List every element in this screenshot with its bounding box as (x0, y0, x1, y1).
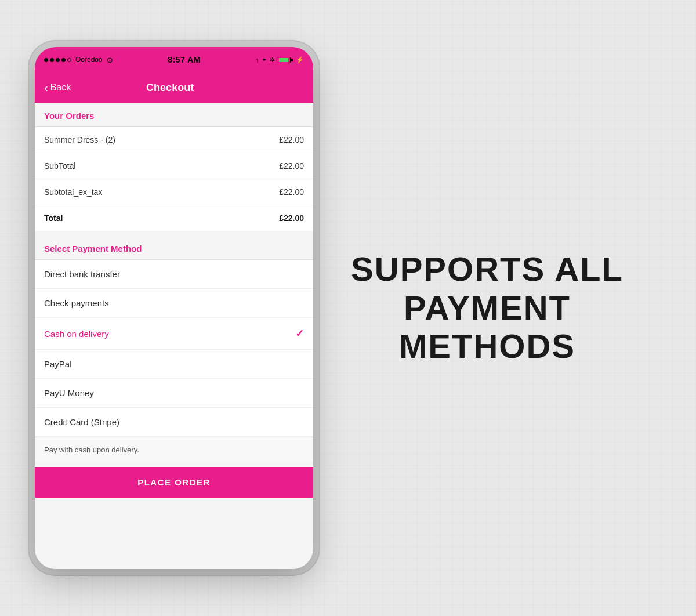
signal-dot-1 (44, 58, 48, 62)
cash-delivery-label: Cash on delivery (44, 329, 109, 339)
signal-dot-4 (61, 58, 66, 62)
subtotal-ex-tax-label: Subtotal_ex_tax (44, 187, 102, 197)
back-button[interactable]: ‹ Back (44, 82, 71, 93)
payment-header: Select Payment Method (35, 235, 313, 260)
battery-tip (291, 59, 293, 61)
credit-card-label: Credit Card (Stripe) (44, 417, 119, 427)
status-bar: Ooredoo ⊙ 8:57 AM ↑ ✦ ✲ ⚡ (35, 47, 313, 73)
payment-option-paypal[interactable]: PayPal (35, 350, 313, 379)
paypal-label: PayPal (44, 359, 72, 369)
battery-body (278, 57, 291, 63)
payment-option-credit-card[interactable]: Credit Card (Stripe) (35, 408, 313, 437)
order-row-item: Summer Dress - (2) £22.00 (35, 127, 313, 153)
payment-note: Pay with cash upon delivery. (35, 437, 313, 462)
check-payments-label: Check payments (44, 298, 109, 308)
location-icon: ↑ (256, 56, 259, 63)
payu-label: PayU Money (44, 388, 94, 398)
promo-line1: SUPPORTS ALL (348, 250, 626, 289)
bluetooth-icon: ✦ (262, 56, 267, 64)
battery-fill (279, 58, 288, 62)
promo-line2: PAYMENT METHODS (348, 289, 626, 366)
payment-option-check[interactable]: Check payments (35, 289, 313, 318)
place-order-button[interactable]: PLACE ORDER (35, 467, 313, 498)
direct-bank-label: Direct bank transfer (44, 269, 120, 279)
navigation-bar: ‹ Back Checkout (35, 73, 313, 103)
status-left: Ooredoo ⊙ (44, 56, 113, 64)
item-label: Summer Dress - (2) (44, 135, 115, 144)
payment-option-direct-bank[interactable]: Direct bank transfer (35, 260, 313, 289)
phone-frame: Ooredoo ⊙ 8:57 AM ↑ ✦ ✲ ⚡ ‹ Back Checkou… (35, 47, 313, 569)
payment-option-payu[interactable]: PayU Money (35, 379, 313, 408)
payment-option-cash[interactable]: Cash on delivery ✓ (35, 318, 313, 350)
signal-dot-2 (50, 58, 54, 62)
subtotal-value: £22.00 (279, 161, 304, 171)
item-value: £22.00 (279, 135, 304, 144)
status-right: ↑ ✦ ✲ ⚡ (256, 56, 304, 64)
wifi-icon: ⊙ (107, 56, 113, 64)
status-time: 8:57 AM (168, 55, 201, 64)
back-chevron-icon: ‹ (44, 82, 48, 93)
total-value: £22.00 (279, 213, 304, 223)
content-area: Your Orders Summer Dress - (2) £22.00 Su… (35, 103, 313, 569)
battery-indicator (278, 57, 293, 63)
subtotal-ex-tax-value: £22.00 (279, 187, 304, 197)
order-row-subtotal-ex-tax: Subtotal_ex_tax £22.00 (35, 179, 313, 205)
order-row-subtotal: SubTotal £22.00 (35, 153, 313, 179)
bluetooth-icon2: ✲ (270, 56, 275, 64)
promo-section: SUPPORTS ALL PAYMENT METHODS (313, 227, 661, 389)
back-label: Back (50, 82, 71, 93)
carrier-label: Ooredoo (75, 56, 103, 64)
page-title: Checkout (71, 82, 269, 94)
order-row-total: Total £22.00 (35, 205, 313, 231)
selected-checkmark-icon: ✓ (295, 327, 304, 340)
charging-icon: ⚡ (296, 56, 304, 64)
signal-dot-5 (67, 58, 71, 62)
subtotal-label: SubTotal (44, 161, 75, 171)
total-label: Total (44, 213, 63, 223)
signal-dot-3 (56, 58, 60, 62)
promo-heading: SUPPORTS ALL PAYMENT METHODS (348, 250, 626, 366)
orders-header: Your Orders (35, 103, 313, 127)
orders-section: Your Orders Summer Dress - (2) £22.00 Su… (35, 103, 313, 231)
payment-section: Select Payment Method Direct bank transf… (35, 235, 313, 462)
